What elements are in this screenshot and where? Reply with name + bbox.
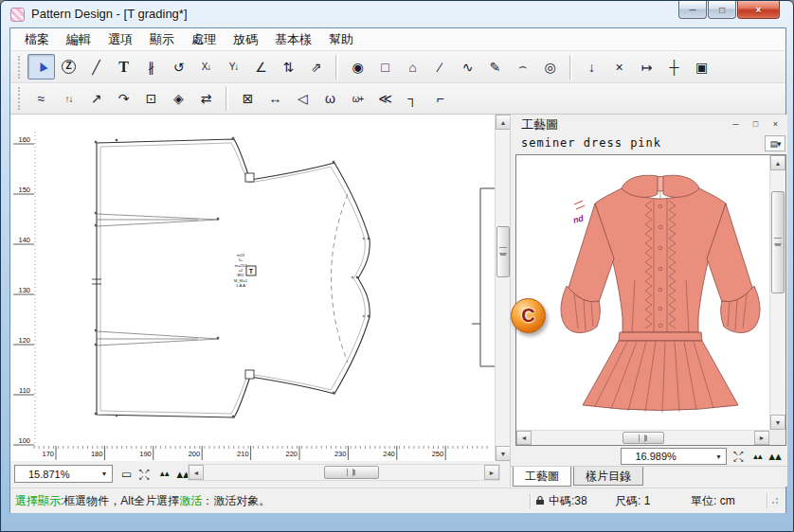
down-arrow-icon: ▼ — [775, 419, 782, 426]
menu-item-7[interactable]: 幫助 — [320, 28, 362, 51]
c-logo-badge: C — [511, 298, 546, 333]
zoom-tool[interactable]: Z — [55, 54, 82, 80]
dart-transfer-tool[interactable]: ◈ — [165, 86, 192, 112]
panel-minimize-button[interactable]: ─ — [728, 116, 744, 131]
menu-item-1[interactable]: 編輯 — [58, 28, 99, 51]
resize-grip[interactable] — [768, 494, 785, 508]
delete-point-tool[interactable]: × — [605, 54, 633, 80]
tab-piece-list[interactable]: 樣片目錄 — [573, 467, 643, 486]
canvas-scroll-right-button[interactable]: ► — [484, 465, 499, 480]
svg-text:210: 210 — [237, 450, 249, 458]
canvas-horizontal-scroll-thumb[interactable] — [324, 466, 379, 479]
zoom-in-mountains-icon[interactable]: ▲▲ — [174, 469, 188, 480]
corner-seam-tool[interactable]: ┐ — [399, 86, 426, 112]
minimize-button[interactable]: ─ — [678, 1, 707, 19]
point-circle-tool[interactable]: ◉ — [344, 54, 371, 80]
fit-screen-icon[interactable]: ↖↗↙↘ — [138, 468, 152, 481]
panel-zoom-in-mountains-icon[interactable]: ▲▲ — [767, 451, 780, 462]
measure-ruler-tool[interactable]: ╱ — [82, 54, 110, 80]
text-tool[interactable]: T — [110, 54, 137, 80]
panel-scroll-up-button[interactable]: ▲ — [770, 155, 785, 170]
pleat-tool[interactable]: ↑↓ — [55, 86, 82, 112]
cross-point-tool[interactable]: ┼ — [660, 54, 688, 80]
pattern-canvas[interactable]: 160150140130120110100 170180190200210220… — [10, 115, 495, 461]
concentric-circles-tool[interactable]: ◎ — [536, 54, 564, 80]
line-tool[interactable]: ∕ — [426, 54, 454, 80]
dashed-curve-tool[interactable]: ⌢ — [509, 54, 536, 80]
smooth-curve-tool[interactable]: ≈ — [27, 86, 55, 112]
stretch-tool[interactable]: ↔ — [262, 86, 289, 112]
spread-point-tool-glyph: ↗ — [91, 91, 102, 106]
status-segment: ：激活对象。 — [202, 494, 270, 507]
canvas-horizontal-scrollbar[interactable]: ◄ ► — [188, 464, 500, 481]
angle-tool[interactable]: ∠ — [247, 54, 275, 80]
pleat-fan-add-tool[interactable]: ω+ — [344, 86, 371, 112]
vertical-scroll-thumb[interactable] — [496, 226, 510, 277]
panel-vertical-scrollbar[interactable]: ▲ ▼ — [769, 155, 785, 430]
panel-horizontal-scrollbar[interactable]: ◄ ► — [516, 430, 769, 445]
canvas-scroll-left-button[interactable]: ◄ — [189, 465, 204, 480]
distance-y-tool[interactable]: ⇅ — [275, 54, 302, 80]
close-button[interactable]: × — [737, 1, 780, 19]
panel-close-button[interactable]: × — [767, 116, 784, 131]
rectangle-tool[interactable]: □ — [371, 54, 399, 80]
partial-pattern-piece[interactable] — [472, 188, 495, 366]
diagonal-measure-tool[interactable]: ⇗ — [302, 54, 330, 80]
canvas-zoom-combo[interactable]: 15.871% ▼ — [14, 465, 113, 483]
notch-tool[interactable]: ∦ — [137, 54, 165, 80]
move-y-tool[interactable]: Y↓ — [220, 54, 247, 80]
move-copy-tool[interactable]: ⊡ — [137, 86, 165, 112]
move-y-tool-glyph: Y↓ — [229, 62, 239, 72]
spread-point-tool[interactable]: ↗ — [82, 86, 110, 112]
menu-item-5[interactable]: 放碼 — [225, 28, 266, 51]
panel-fit-screen-icon[interactable]: ↖↗↙↘ — [732, 450, 746, 463]
panel-scroll-down-button[interactable]: ▼ — [770, 415, 785, 430]
svg-text:m23: m23 — [237, 253, 245, 257]
move-x-tool[interactable]: X↓ — [192, 54, 220, 80]
page-fit-icon[interactable]: ▭ — [121, 469, 132, 480]
menu-item-0[interactable]: 檔案 — [16, 28, 58, 51]
menu-item-6[interactable]: 基本樣 — [266, 28, 320, 51]
curve-tool[interactable]: ∿ — [454, 54, 481, 80]
select-tool[interactable]: ► — [27, 54, 55, 80]
tab-craft-view[interactable]: 工藝圖 — [513, 467, 571, 487]
pleat-fan-tool[interactable]: ω — [316, 86, 344, 112]
arc-adjust-tool[interactable]: ↷ — [110, 86, 137, 112]
svg-text:5+: 5+ — [239, 257, 244, 262]
seam-box-tool[interactable]: ⊠ — [234, 86, 262, 112]
zoom-out-mountains-icon[interactable]: ▲▲ — [158, 470, 168, 478]
menu-item-2[interactable]: 選項 — [99, 28, 141, 51]
thumb-grip — [774, 238, 782, 244]
scroll-down-button[interactable]: ▼ — [496, 446, 511, 461]
insert-point-tool[interactable]: ↓ — [578, 54, 605, 80]
panel-scroll-right-button[interactable]: ► — [754, 431, 769, 445]
panel-zoom-out-mountains-icon[interactable]: ▲▲ — [751, 452, 761, 461]
polygon-tool[interactable]: ⌂ — [399, 54, 426, 80]
menu-item-3[interactable]: 顯示 — [141, 28, 183, 51]
panel-vertical-scroll-thumb[interactable] — [771, 191, 785, 293]
scroll-up-button[interactable]: ▲ — [496, 115, 511, 130]
corner-cut-tool[interactable]: ⌐ — [426, 86, 454, 112]
mirror-tool[interactable]: ⇄ — [192, 86, 220, 112]
rotate-tool[interactable]: ↺ — [165, 54, 192, 80]
dart-close-tool[interactable]: ◁ — [289, 86, 316, 112]
status-message: 選擇顯示:框選物件，Alt全片選擇激活：激活对象。 — [10, 493, 270, 509]
panel-horizontal-scroll-thumb[interactable] — [623, 432, 664, 444]
status-bar: 選擇顯示:框選物件，Alt全片選擇激活：激活对象。 中碼:38 尺碼: 1 單位… — [10, 488, 785, 513]
canvas-vertical-scrollbar[interactable]: ▲ ▼ — [495, 115, 510, 461]
menu-item-4[interactable]: 處理 — [183, 28, 225, 51]
seam-box-tool-glyph: ⊠ — [243, 91, 254, 106]
dropdown-arrow-icon[interactable]: ▼ — [97, 470, 112, 477]
up-arrow-icon: ▲ — [775, 160, 782, 167]
panel-zoom-combo[interactable]: 16.989% ▼ — [621, 448, 727, 465]
box-transform-tool[interactable]: ▣ — [688, 54, 715, 80]
list-menu-icon[interactable]: ▤▾ — [765, 135, 785, 151]
panel-restore-button[interactable]: □ — [748, 116, 764, 131]
dropdown-arrow-icon[interactable]: ▼ — [711, 453, 726, 460]
fan-spread-tool[interactable]: ≪ — [371, 86, 399, 112]
pen-edit-tool[interactable]: ✎ — [481, 54, 509, 80]
pattern-piece-back-bodice[interactable]: m235+m=257=2B92M_W=11,A,A T — [92, 137, 370, 417]
corner-point-tool[interactable]: ↦ — [633, 54, 660, 80]
maximize-button[interactable]: □ — [708, 1, 736, 19]
panel-scroll-left-button[interactable]: ◄ — [516, 431, 532, 445]
